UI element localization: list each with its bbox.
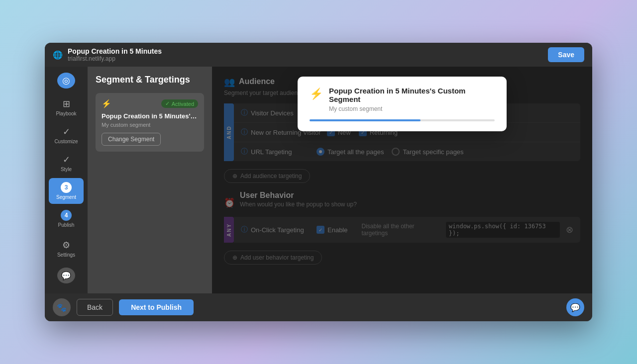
app-window: 🌐 Popup Creation in 5 Minutes trialfirst…: [45, 43, 592, 321]
right-panel: 👥 Audience Segment your target audience …: [212, 67, 592, 293]
segment-bolt-icon: ⚡: [102, 99, 111, 108]
sidebar-item-publish[interactable]: 4 Publish: [49, 206, 84, 232]
modal-title: Popup Creation in 5 Minutes's Custom Seg…: [329, 87, 495, 103]
top-bar-title-group: Popup Creation in 5 Minutes trialfirst.n…: [68, 47, 162, 62]
check-icon: ✓: [165, 100, 170, 107]
modal-dialog: ⚡ Popup Creation in 5 Minutes's Custom S…: [298, 77, 507, 131]
sidebar-item-customize[interactable]: ✓ Customize: [49, 122, 84, 148]
customize-icon: ✓: [63, 126, 70, 137]
window-subtitle: trialfirst.netlify.app: [68, 55, 162, 62]
settings-icon: ⚙: [62, 240, 70, 251]
sidebar-item-segment[interactable]: 3 Segment: [49, 178, 84, 204]
globe-icon: 🌐: [53, 50, 63, 60]
sidebar-label-publish: Publish: [58, 222, 75, 228]
sidebar-label-playbook: Playbook: [56, 111, 76, 116]
style-icon: ✓: [63, 154, 70, 165]
sidebar-item-style[interactable]: ✓ Style: [49, 150, 84, 176]
panel-title: Segment & Targetings: [96, 75, 204, 85]
bottom-bar: 🐾 Back Next to Publish 💬: [45, 293, 592, 321]
chat-button[interactable]: 💬: [566, 298, 584, 316]
modal-overlay: ⚡ Popup Creation in 5 Minutes's Custom S…: [212, 67, 592, 293]
activated-badge: ✓ Activated: [161, 99, 198, 108]
segment-card-sub: My custom segment: [102, 122, 198, 128]
modal-subtitle: My custom segment: [329, 105, 495, 112]
segment-card: ⚡ ✓ Activated Popup Creation in 5 Minute…: [96, 93, 204, 152]
modal-content: Popup Creation in 5 Minutes's Custom Seg…: [329, 87, 495, 112]
sidebar-label-settings: Settings: [57, 252, 75, 258]
left-panel: Segment & Targetings ⚡ ✓ Activated Popup…: [88, 67, 212, 293]
modal-bolt-icon: ⚡: [310, 88, 323, 100]
logo-icon: ◎: [62, 75, 70, 86]
save-button[interactable]: Save: [548, 47, 584, 62]
sidebar-label-segment: Segment: [56, 194, 76, 200]
window-title: Popup Creation in 5 Minutes: [68, 47, 162, 55]
publish-step-number: 4: [61, 210, 72, 221]
top-bar: 🌐 Popup Creation in 5 Minutes trialfirst…: [45, 43, 592, 67]
segment-card-name: Popup Creation in 5 Minutes's Cus...: [102, 112, 198, 120]
sidebar-item-settings[interactable]: ⚙ Settings: [49, 236, 84, 262]
modal-progress-fill: [310, 119, 421, 121]
top-bar-left: 🌐 Popup Creation in 5 Minutes trialfirst…: [53, 47, 548, 62]
back-button[interactable]: Back: [77, 299, 113, 316]
segment-step-number: 3: [61, 182, 72, 193]
content-area: Segment & Targetings ⚡ ✓ Activated Popup…: [88, 67, 592, 293]
segment-card-header: ⚡ ✓ Activated: [102, 99, 198, 108]
sidebar-label-style: Style: [61, 167, 72, 172]
sidebar-item-playbook[interactable]: ⊞ Playbook: [49, 94, 84, 120]
activated-label: Activated: [172, 101, 194, 107]
playbook-icon: ⊞: [63, 98, 70, 109]
main-layout: ◎ ⊞ Playbook ✓ Customize ✓ Style 3 Segme…: [45, 67, 592, 293]
sidebar: ◎ ⊞ Playbook ✓ Customize ✓ Style 3 Segme…: [45, 67, 88, 293]
bottom-support-icon[interactable]: 🐾: [53, 298, 71, 316]
sidebar-label-customize: Customize: [54, 139, 78, 144]
sidebar-support-icon[interactable]: 💬: [57, 268, 75, 283]
change-segment-button[interactable]: Change Segment: [102, 133, 161, 146]
next-to-publish-button[interactable]: Next to Publish: [119, 299, 194, 315]
modal-header: ⚡ Popup Creation in 5 Minutes's Custom S…: [310, 87, 495, 112]
modal-progress-bar: [310, 119, 495, 121]
sidebar-logo: ◎: [57, 73, 75, 89]
